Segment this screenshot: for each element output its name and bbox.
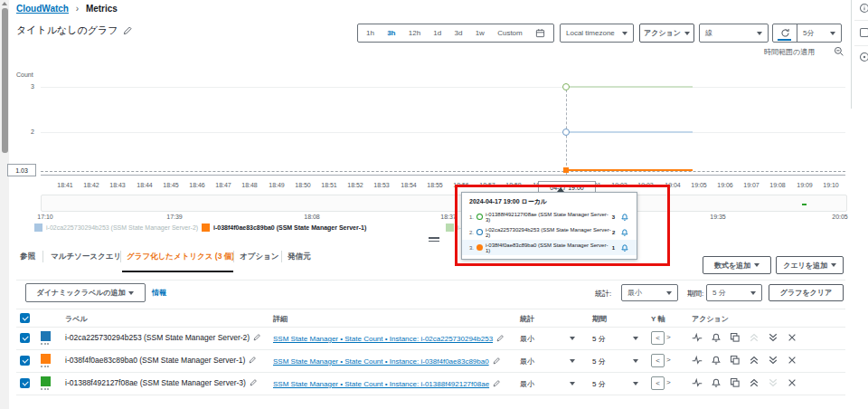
calendar-icon[interactable] (535, 28, 545, 38)
range-1w[interactable]: 1w (476, 29, 485, 37)
legend-swatch (202, 224, 210, 232)
y-axis-left-button[interactable]: < (651, 376, 665, 390)
col-header-label[interactable]: ラベル (65, 314, 88, 324)
clear-graph-button[interactable]: グラフをクリア (769, 284, 844, 301)
tab-source[interactable]: 発信元 (288, 252, 311, 262)
zoom-out-icon[interactable] (834, 46, 844, 57)
row-checkbox[interactable] (20, 356, 30, 366)
datapoint-server2[interactable] (562, 128, 570, 136)
tab-options[interactable]: オプション (240, 252, 279, 262)
add-dynamic-label-button[interactable]: ダイナミックラベルの追加 (25, 283, 146, 302)
period-dropdown-caret[interactable] (633, 382, 638, 385)
create-alarm-icon[interactable] (711, 355, 722, 366)
y-axis-right-button[interactable]: > (666, 356, 671, 364)
remove-metric-icon[interactable] (787, 355, 797, 366)
timeline-brush[interactable] (41, 195, 847, 212)
range-1d[interactable]: 1d (433, 29, 441, 37)
move-up-icon[interactable] (749, 377, 760, 388)
target-panel-icon[interactable] (859, 52, 868, 62)
stat-dropdown-caret[interactable] (570, 382, 575, 385)
color-picker-dots[interactable] (41, 388, 52, 390)
period-dropdown-caret[interactable] (633, 359, 638, 363)
edit-pencil-icon[interactable] (250, 378, 258, 386)
apply-time-range-label[interactable]: 時間範囲の適用 (764, 47, 815, 57)
side-panel-icon[interactable] (859, 27, 868, 38)
y-axis-left-button[interactable]: < (651, 354, 665, 367)
refresh-button[interactable] (773, 24, 797, 42)
col-header-actions[interactable]: アクション (692, 314, 729, 324)
col-header-detail[interactable]: 詳細 (273, 314, 288, 324)
row-checkbox[interactable] (20, 378, 30, 388)
color-picker-dots[interactable] (41, 343, 52, 345)
period-select[interactable]: 5 分 (706, 284, 762, 301)
col-header-period[interactable]: 期間 (592, 314, 607, 324)
series-color-swatch[interactable] (41, 354, 51, 364)
tab-browse[interactable]: 参照 (20, 252, 35, 262)
series-color-swatch[interactable] (41, 376, 51, 386)
duplicate-icon[interactable] (730, 355, 741, 366)
y-axis-right-button[interactable]: > (666, 378, 671, 386)
x-axis-line (41, 175, 845, 176)
legend-item-server1[interactable]: i-038f4f0ae83c89ba0 (SSM State Manager S… (202, 224, 366, 232)
tab-multi-source-query[interactable]: マルチソースクエリ (51, 252, 121, 262)
edit-pencil-icon[interactable] (249, 356, 257, 364)
stat-dropdown-caret[interactable] (570, 337, 575, 340)
metric-detail-link[interactable]: SSM State Manager • State Count • Instan… (273, 334, 505, 343)
range-12h[interactable]: 12h (409, 29, 420, 37)
stat-select[interactable]: 最小 (621, 284, 678, 301)
range-custom[interactable]: Custom (497, 29, 523, 37)
scrollbar-thumb[interactable] (2, 8, 8, 153)
col-header-stat[interactable]: 統計 (520, 314, 534, 324)
series-color-swatch[interactable] (41, 331, 51, 341)
info-link[interactable]: 情報 (152, 288, 166, 298)
x-tick: 19:05 (686, 182, 712, 188)
edit-pencil-icon[interactable] (496, 334, 505, 342)
color-picker-dots[interactable] (41, 366, 52, 367)
timezone-select[interactable]: Local timezone (560, 24, 634, 43)
duplicate-icon[interactable] (730, 332, 741, 343)
range-3d[interactable]: 3d (455, 29, 463, 37)
move-down-icon[interactable] (768, 332, 778, 343)
y-axis-left-button[interactable]: < (651, 331, 665, 345)
refresh-interval-select[interactable]: 5分 (797, 28, 841, 38)
create-alarm-icon[interactable] (711, 332, 722, 343)
add-query-button[interactable]: クエリを追加 (776, 256, 844, 274)
tab-graphed-metrics[interactable]: グラフ化したメトリクス (3 個) (127, 252, 234, 262)
duplicate-icon[interactable] (730, 377, 741, 388)
vertical-scrollbar[interactable] (0, 0, 9, 409)
col-header-yaxis[interactable]: Y 軸 (651, 314, 665, 324)
create-alarm-icon[interactable] (711, 377, 722, 388)
legend-item-server2[interactable]: i-02ca225730294b253 (SSM State Manager S… (34, 224, 198, 232)
graph-type-select[interactable]: 線 (699, 24, 769, 43)
range-1h[interactable]: 1h (366, 29, 374, 37)
remove-metric-icon[interactable] (787, 332, 797, 343)
info-panel-icon[interactable] (859, 3, 868, 14)
y-axis-right-button[interactable]: > (666, 333, 671, 341)
metric-detail-link[interactable]: SSM State Manager • State Count • Instan… (273, 357, 501, 366)
panel-resize-handle[interactable] (429, 237, 439, 243)
scrollbar-up-arrow[interactable] (2, 2, 7, 5)
refresh-group: 5分 (772, 24, 842, 43)
metric-detail-link[interactable]: SSM State Manager • State Count • Instan… (273, 379, 501, 388)
move-down-icon[interactable] (768, 355, 778, 366)
period-dropdown-caret[interactable] (633, 337, 638, 340)
datapoint-server1[interactable] (563, 167, 569, 173)
breadcrumb-cloudwatch-link[interactable]: CloudWatch (16, 4, 69, 14)
add-math-button[interactable]: 数式を追加 (703, 256, 771, 274)
stat-dropdown-caret[interactable] (570, 359, 575, 363)
edit-pencil-icon[interactable] (493, 357, 501, 365)
graph-metric-icon[interactable] (692, 355, 703, 366)
remove-metric-icon[interactable] (787, 377, 797, 388)
x-tick: 18:47 (211, 182, 236, 188)
graph-metric-icon[interactable] (692, 377, 703, 388)
row-checkbox[interactable] (20, 333, 30, 343)
datapoint-server3[interactable] (562, 83, 570, 90)
graph-metric-icon[interactable] (692, 332, 703, 343)
range-3h-selected[interactable]: 3h (387, 29, 395, 37)
move-up-icon[interactable] (749, 355, 760, 366)
edit-pencil-icon[interactable] (253, 333, 261, 341)
select-all-checkbox[interactable] (20, 313, 30, 323)
edit-title-pencil-icon[interactable] (123, 25, 133, 35)
actions-button[interactable]: アクション (639, 24, 694, 43)
edit-pencil-icon[interactable] (493, 379, 501, 387)
